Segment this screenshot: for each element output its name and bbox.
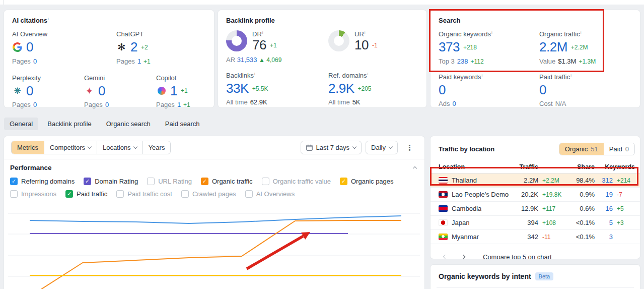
organic-traffic-stat: Organic traffici 2.2M+2.2M Value$1.3M+1.… [539, 30, 632, 65]
paid-traffic-stat: Paid traffici 0 CostN/A [539, 73, 632, 108]
competitors-dropdown[interactable]: Competitors [44, 141, 97, 154]
traffic-by-location-panel: Traffic by location Organic51 Paid0 Loca… [431, 136, 640, 259]
table-row-myanmar[interactable]: Myanmar 342 -11 <0.1% 3 [431, 230, 640, 244]
pages-count[interactable]: 0 [33, 57, 37, 65]
checkbox-icon [181, 190, 189, 198]
performance-panel: Metrics Competitors Locations Years Last… [4, 136, 424, 289]
pages-count[interactable]: 0 [33, 101, 37, 108]
organic-keywords-stat: Organic keywordsi 373+218 Top 3238+112 [439, 30, 539, 65]
citation-count: 1 [170, 84, 177, 98]
metric-checkbox-organic-pages[interactable]: Organic pages [340, 176, 394, 187]
panel-title: Organic keywords by intent [439, 272, 531, 280]
locations-dropdown[interactable]: Locations [97, 141, 142, 154]
ref-domains-stat: Ref. domainsi 2.9K+205 All time5K [328, 72, 418, 106]
pages-count[interactable]: 1 [137, 57, 141, 65]
citation-count: 0 [26, 84, 33, 98]
pages-count[interactable]: 1 [177, 101, 181, 108]
chevron-down-icon [88, 145, 92, 149]
table-header: Location Traffic Share Keywords [431, 160, 640, 174]
tab-general[interactable]: General [4, 118, 38, 130]
tab-organic-search[interactable]: Organic search [101, 118, 156, 130]
metric-checkbox-paid-traffic-cost[interactable]: Paid traffic cost [116, 189, 172, 199]
metric-checkbox-domain-rating[interactable]: Domain Rating [84, 176, 138, 187]
tab-paid-search[interactable]: Paid search [160, 118, 205, 130]
ai-citation-gemini: Gemini ✦ 0 Pages0 [84, 74, 156, 108]
organic-paid-toggle: Organic51 Paid0 [559, 143, 635, 155]
metric-checkbox-url-rating[interactable]: URL Rating [147, 176, 192, 187]
chevron-down-icon [352, 145, 356, 149]
checkbox-icon [116, 190, 124, 198]
panel-title: Traffic by location [439, 145, 494, 153]
table-row-cambodia[interactable]: Cambodia 12.9K +117 0.6% 16 +5 [431, 202, 640, 216]
checkbox-icon [245, 190, 253, 198]
checkbox-icon [201, 178, 208, 185]
years-mode-button[interactable]: Years [142, 141, 171, 154]
chevron-down-icon [133, 145, 137, 149]
compare-top5-link[interactable]: Compare top 5 on chart [483, 253, 552, 259]
metric-checkbox-referring-domains[interactable]: Referring domains [10, 176, 75, 187]
collapse-chevron-icon[interactable] [413, 166, 417, 170]
table-row-laos[interactable]: Lao People's Democratic Reput 20.2K +19.… [431, 188, 640, 202]
citation-count: 0 [26, 40, 33, 54]
chatgpt-icon: ✻ [116, 41, 127, 53]
ur-value: 10 [354, 38, 369, 52]
backlinks-value[interactable]: 33K [226, 82, 249, 95]
checkbox-icon [340, 178, 347, 185]
ai-citations-panel: AI citationsi AI Overview 0 Pages0 ChatG… [4, 10, 214, 107]
chart-mode-group: Metrics Competitors Locations Years [11, 141, 171, 154]
table-row-japan[interactable]: Japan 394 +108 <0.1% 5 +3 [431, 216, 640, 230]
paid-toggle-button[interactable]: Paid0 [604, 143, 634, 155]
beta-badge: Beta [535, 272, 554, 280]
organic-traffic-value[interactable]: 2.2M [539, 40, 567, 54]
checkbox-icon [65, 190, 73, 198]
cambodia-flag-icon [439, 205, 448, 212]
ai-citation-perplexity: Perplexity ❋ 0 Pages0 [12, 74, 84, 108]
prev-page-button[interactable] [439, 251, 452, 259]
metric-checkbox-organic-traffic[interactable]: Organic traffic [201, 176, 253, 187]
japan-flag-icon [439, 219, 448, 226]
panel-title: Backlink profile [226, 17, 418, 24]
citation-count: 0 [98, 84, 105, 98]
checkbox-icon [147, 178, 155, 185]
backlinks-stat: Backlinksi 33K+5.5K All time62.9K [226, 72, 328, 106]
table-row-thailand[interactable]: Thailand 2.2M +2.2M 98.4% 312 +214 [431, 174, 640, 188]
next-page-button[interactable] [457, 251, 470, 259]
top-window-strip [0, 0, 644, 5]
more-options-kebab-icon[interactable]: ⋮ [402, 142, 417, 153]
chevron-right-icon [461, 255, 465, 259]
date-range-dropdown[interactable]: Last 7 days [301, 141, 362, 154]
performance-chart[interactable] [4, 201, 424, 289]
organic-keywords-value[interactable]: 373 [439, 40, 460, 54]
metric-checkbox-crawled-pages[interactable]: Crawled pages [181, 189, 236, 199]
ai-citation-chatgpt: ChatGPT ✻ 2 +2 Pages1+1 [116, 30, 206, 65]
organic-toggle-button[interactable]: Organic51 [559, 143, 604, 155]
paid-traffic-value: 0 [539, 83, 546, 97]
performance-section-title: Performance [10, 164, 52, 171]
gemini-icon: ✦ [84, 85, 95, 97]
myanmar-flag-icon [439, 234, 448, 240]
keywords-by-intent-panel: Organic keywords by intent Beta [431, 265, 640, 289]
pages-count[interactable]: 0 [105, 101, 109, 108]
metric-toggles: Referring domains Domain Rating URL Rati… [4, 173, 424, 200]
ur-donut-chart [328, 30, 349, 51]
ai-citation-copilot: Copilot 1 +1 Pages1+1 [156, 74, 206, 108]
chart-toolbar: Metrics Competitors Locations Years Last… [4, 136, 424, 159]
calendar-icon [306, 144, 313, 151]
ref-domains-value[interactable]: 2.9K [328, 82, 354, 95]
copilot-icon [156, 87, 167, 95]
granularity-dropdown[interactable]: Daily [366, 141, 398, 154]
perplexity-icon: ❋ [12, 86, 23, 96]
metric-checkbox-organic-traffic-value[interactable]: Organic traffic value [262, 176, 331, 187]
tab-backlink-profile[interactable]: Backlink profile [42, 118, 97, 130]
chevron-down-icon [389, 145, 393, 149]
metrics-mode-button[interactable]: Metrics [12, 141, 44, 154]
metric-checkbox-ai-overviews[interactable]: AI Overviews [245, 189, 295, 199]
section-tabs: General Backlink profile Organic search … [4, 118, 205, 130]
metric-checkbox-paid-traffic[interactable]: Paid traffic [65, 189, 107, 199]
metric-checkbox-impressions[interactable]: Impressions [10, 189, 56, 199]
checkbox-icon [10, 190, 18, 198]
paid-keywords-stat: Paid keywordsi 0 Ads0 [439, 73, 539, 108]
paid-keywords-value: 0 [439, 83, 446, 97]
dr-donut-chart [226, 30, 247, 51]
panel-title: AI citationsi [12, 17, 206, 24]
